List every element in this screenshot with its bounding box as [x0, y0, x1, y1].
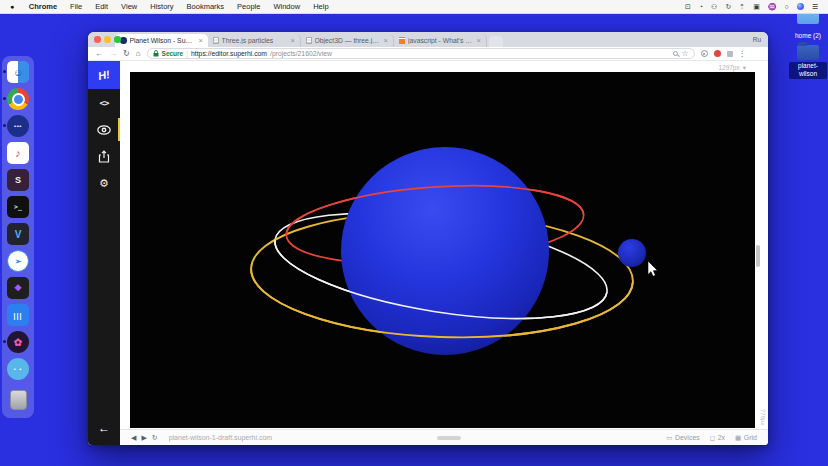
preview-reload-button[interactable]: ↻ [152, 434, 158, 442]
intercom-icon[interactable]: ||| [7, 304, 29, 326]
horizontal-scrollbar[interactable] [437, 436, 461, 440]
tab-title: javascript - What's the right… [408, 37, 474, 44]
finder-glyph: ☺ [13, 67, 23, 78]
planet-sphere [341, 147, 549, 355]
devices-toggle[interactable]: ▭ Devices [666, 434, 700, 442]
menu-item-history[interactable]: History [144, 2, 180, 11]
chrome-icon[interactable] [7, 88, 29, 110]
music-icon[interactable]: ♪ [7, 142, 29, 164]
extension-icon[interactable] [727, 51, 733, 57]
menu-item-chrome[interactable]: Chrome [22, 2, 63, 11]
tab-object3d-docs[interactable]: Object3D — three.js docs × [301, 34, 394, 47]
tab-close-icon[interactable]: × [291, 37, 295, 45]
menu-item-people[interactable]: People [231, 2, 267, 11]
chat-app-icon[interactable]: ••• [7, 115, 29, 137]
desktop-folder-planet-wilson[interactable]: planet-wilson [789, 42, 827, 80]
editor-sidebar: H! <> ⚙ [88, 61, 120, 445]
back-icon[interactable]: ← [95, 50, 103, 58]
screen-mirroring-icon[interactable]: ⊡ [685, 3, 691, 10]
grid-toggle[interactable]: ▦ Grid [735, 434, 757, 442]
terminal-icon[interactable]: >_ [7, 196, 29, 218]
wifi-icon[interactable]: ♒ [768, 3, 777, 10]
spotlight-icon[interactable]: ○ [784, 3, 788, 10]
menu-status-tray: ⊡ ◔ ⚇ ↻ ⇡ ▣ ♒ ○ ☰ [685, 3, 818, 10]
new-tab-button[interactable] [489, 36, 503, 47]
finder-icon[interactable]: ☺ [7, 61, 29, 83]
canvas-width-control[interactable]: 1297px ▾ [718, 64, 746, 72]
tab-close-icon[interactable]: × [477, 37, 481, 45]
extension-icon[interactable] [714, 50, 721, 57]
preview-forward-button[interactable]: ▶ [141, 434, 146, 442]
slack-glyph: S [15, 175, 21, 185]
zoom-icon: ◻ [710, 434, 715, 442]
zoom-window-button[interactable] [114, 36, 121, 43]
browser-toolbar: ← → ↻ ⌂ Secure | https://editor.superhi.… [88, 47, 768, 61]
sidebar-item-preview[interactable] [88, 116, 120, 143]
sidebar-item-code[interactable]: <> [88, 89, 120, 116]
window-controls [94, 36, 121, 43]
tab-close-icon[interactable]: × [199, 37, 203, 45]
profile-badge[interactable]: Ru [753, 36, 761, 43]
music-glyph: ♪ [15, 147, 21, 159]
tab-planet-wilson[interactable]: Planet Wilson - SuperHi × [115, 34, 208, 47]
grid-label: Grid [744, 434, 757, 441]
slack-icon[interactable]: S [7, 169, 29, 191]
media-app-icon[interactable]: ✿ [7, 331, 29, 353]
figma-icon[interactable]: ❖ [7, 277, 29, 299]
tab-close-icon[interactable]: × [384, 37, 388, 45]
preview-back-button[interactable]: ◀ [131, 434, 136, 442]
code-editor-icon[interactable]: V [7, 223, 29, 245]
menu-item-window[interactable]: Window [267, 2, 307, 11]
sidebar-item-share[interactable] [88, 143, 120, 170]
fast-user-switching-icon[interactable]: ⚇ [711, 3, 717, 10]
devices-icon: ▭ [666, 434, 672, 442]
document-favicon [213, 37, 219, 44]
notification-center-icon[interactable]: ☰ [812, 3, 818, 10]
zoom-page-icon[interactable] [673, 51, 678, 56]
menu-item-file[interactable]: File [64, 2, 89, 11]
display-icon[interactable]: ▣ [753, 3, 760, 10]
airmail-glyph: ➢ [15, 257, 22, 266]
time-machine-icon[interactable]: ◔ [699, 3, 703, 10]
sidebar-back-button[interactable]: ← [98, 421, 110, 435]
menu-item-bookmarks[interactable]: Bookmarks [180, 2, 231, 11]
running-indicator [3, 124, 6, 127]
zoom-toggle[interactable]: ◻ 2x [710, 434, 725, 442]
twitter-icon[interactable]: • • [7, 358, 29, 380]
chrome-menu-icon[interactable]: ⋮ [739, 49, 747, 58]
dock: ☺ ••• ♪ S >_ V ➢ ❖ ||| ✿ • • [2, 56, 34, 418]
updates-icon[interactable]: ⇡ [739, 3, 745, 10]
tab-threejs-particles[interactable]: Three.js particles × [208, 34, 301, 47]
running-indicator [3, 340, 6, 343]
scene-canvas[interactable] [130, 72, 755, 428]
tab-stackoverflow[interactable]: javascript - What's the right… × [394, 34, 487, 47]
home-icon[interactable]: ⌂ [136, 50, 141, 58]
desktop-folder-label: home (2) [793, 32, 823, 40]
minimize-window-button[interactable] [104, 36, 111, 43]
trash-icon[interactable] [10, 390, 27, 410]
sync-icon[interactable]: ↻ [725, 3, 731, 10]
superhi-logo[interactable]: H! [88, 61, 120, 89]
bookmark-star-icon[interactable]: ☆ [681, 49, 688, 58]
sidebar-item-settings[interactable]: ⚙ [88, 170, 120, 197]
menu-item-view[interactable]: View [115, 2, 144, 11]
preview-controls: ▭ Devices ◻ 2x ▦ Grid [666, 434, 757, 442]
planet-scene [130, 72, 755, 428]
address-bar[interactable]: Secure | https://editor.superhi.com /pro… [147, 48, 695, 59]
browser-window: Planet Wilson - SuperHi × Three.js parti… [88, 32, 768, 445]
siri-icon[interactable] [797, 3, 804, 10]
preview-url[interactable]: planet-wilson-1-draft.superhi.com [169, 434, 273, 441]
forward-icon[interactable]: → [109, 50, 117, 58]
url-host: https://editor.superhi.com [191, 50, 267, 57]
vertical-scrollbar[interactable] [756, 245, 760, 267]
airmail-icon[interactable]: ➢ [7, 250, 29, 272]
padlock-icon [153, 50, 159, 57]
reload-icon[interactable]: ↻ [123, 50, 130, 58]
grid-icon: ▦ [735, 434, 741, 442]
tab-title: Planet Wilson - SuperHi [130, 37, 196, 44]
profile-avatar-icon[interactable] [701, 50, 708, 57]
menu-item-help[interactable]: Help [307, 2, 335, 11]
menu-item-edit[interactable]: Edit [89, 2, 115, 11]
apple-menu-icon[interactable]: ● [10, 3, 14, 10]
close-window-button[interactable] [94, 36, 101, 43]
